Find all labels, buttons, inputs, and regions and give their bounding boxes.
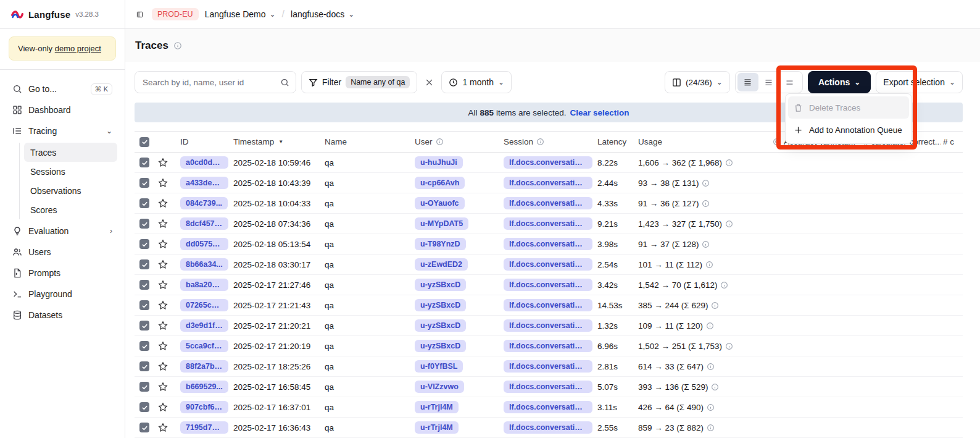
session-badge[interactable]: lf.docs.conversation... — [504, 401, 592, 413]
clear-filter-button[interactable] — [422, 75, 436, 90]
star-icon[interactable] — [158, 259, 168, 269]
star-icon[interactable] — [158, 341, 168, 351]
sidebar-toggle-icon[interactable] — [134, 9, 146, 20]
user-badge[interactable]: u-T98YnzD — [415, 238, 466, 250]
trace-id-badge[interactable]: d3e9d1f2... — [180, 319, 228, 332]
row-checkbox[interactable] — [139, 239, 149, 249]
info-icon[interactable] — [706, 322, 714, 330]
sidebar-item-tracing[interactable]: Tracing ⌄ — [7, 120, 117, 141]
star-icon[interactable] — [158, 361, 168, 371]
session-badge[interactable]: lf.docs.conversation... — [504, 238, 592, 250]
trace-id-badge[interactable]: b669529... — [180, 381, 228, 393]
info-icon[interactable] — [173, 41, 182, 50]
star-icon[interactable] — [158, 158, 168, 167]
select-all-checkbox[interactable] — [139, 137, 149, 147]
info-icon[interactable] — [702, 240, 710, 248]
actions-button[interactable]: Actions ⌄ — [808, 71, 871, 93]
user-badge[interactable]: u-MYpDAT5 — [415, 217, 468, 230]
star-icon[interactable] — [158, 280, 168, 290]
sidebar-item-sessions[interactable]: Sessions — [24, 162, 117, 181]
sidebar-item-evaluation[interactable]: Evaluation › — [7, 221, 117, 242]
star-icon[interactable] — [158, 219, 168, 229]
trace-id-badge[interactable]: 5cca9cf2... — [180, 340, 228, 352]
demo-project-link[interactable]: demo project — [55, 44, 101, 53]
col-header-name[interactable]: Name — [322, 137, 412, 146]
user-badge[interactable]: u-huJhuJi — [415, 156, 463, 169]
user-badge[interactable]: u-f0YfBSL — [415, 360, 463, 373]
user-badge[interactable]: u-zEwdED2 — [415, 258, 468, 271]
user-badge[interactable]: u-rTrjl4M — [415, 401, 459, 413]
row-checkbox[interactable] — [139, 219, 149, 229]
row-height-small-button[interactable] — [737, 73, 758, 91]
row-checkbox[interactable] — [139, 259, 149, 269]
trace-id-badge[interactable]: 8b66a34... — [180, 258, 228, 271]
star-icon[interactable] — [158, 178, 168, 188]
org-switcher[interactable]: Langfuse Demo⌄ — [205, 9, 276, 19]
info-icon[interactable] — [436, 138, 444, 146]
trace-id-badge[interactable]: 907cbf6e... — [180, 401, 228, 413]
search-input[interactable] — [143, 78, 280, 87]
row-checkbox[interactable] — [139, 300, 149, 310]
info-icon[interactable] — [725, 342, 733, 350]
col-header-latency[interactable]: Latency — [595, 137, 636, 146]
session-badge[interactable]: lf.docs.conversation... — [504, 360, 592, 373]
session-badge[interactable]: lf.docs.conversation... — [504, 177, 592, 189]
session-badge[interactable]: lf.docs.conversation... — [504, 156, 592, 169]
trace-id-badge[interactable]: a0cd0d9... — [180, 156, 228, 169]
menu-item-delete-traces[interactable]: Delete Traces — [788, 96, 909, 119]
info-icon[interactable] — [711, 383, 719, 391]
session-badge[interactable]: lf.docs.conversation... — [504, 197, 592, 209]
star-icon[interactable] — [158, 321, 168, 331]
info-icon[interactable] — [725, 159, 733, 167]
trace-id-badge[interactable]: 7195d78e... — [180, 421, 228, 434]
col-header-timestamp[interactable]: Timestamp▼ — [231, 137, 322, 146]
star-icon[interactable] — [158, 198, 168, 208]
user-badge[interactable]: u-VIZzvwo — [415, 381, 464, 393]
row-checkbox[interactable] — [139, 423, 149, 432]
trace-id-badge[interactable]: 8dcf4574... — [180, 217, 228, 230]
row-checkbox[interactable] — [139, 341, 149, 351]
trace-id-badge[interactable]: 88f2a7b0... — [180, 360, 228, 373]
filter-button[interactable]: Filter Name any of qa — [301, 71, 417, 93]
sidebar-item-scores[interactable]: Scores — [24, 200, 117, 219]
col-header-user[interactable]: User — [412, 137, 501, 146]
row-checkbox[interactable] — [139, 402, 149, 412]
row-checkbox[interactable] — [139, 382, 149, 392]
row-checkbox[interactable] — [139, 178, 149, 188]
col-header-usage[interactable]: Usage — [636, 137, 770, 146]
session-badge[interactable]: lf.docs.conversation... — [504, 299, 592, 311]
trace-id-badge[interactable]: 084c739... — [180, 197, 228, 209]
sidebar-item-traces[interactable]: Traces — [24, 143, 117, 162]
user-badge[interactable]: u-yzSBxcD — [415, 279, 466, 291]
menu-item-add-to-annotation-queue[interactable]: Add to Annotation Queue — [788, 119, 909, 141]
session-badge[interactable]: lf.docs.conversation... — [504, 319, 592, 332]
user-badge[interactable]: u-yzSBxcD — [415, 340, 466, 352]
sidebar-item-observations[interactable]: Observations — [24, 181, 117, 200]
info-icon[interactable] — [707, 424, 715, 432]
row-checkbox[interactable] — [139, 158, 149, 167]
sidebar-item-goto[interactable]: Go to... ⌘ K — [7, 78, 117, 99]
trace-id-badge[interactable]: dd05753... — [180, 238, 228, 250]
user-badge[interactable]: u-rTrjl4M — [415, 421, 459, 434]
clear-selection-link[interactable]: Clear selection — [570, 108, 629, 117]
col-header-session[interactable]: Session — [501, 137, 595, 146]
trace-id-badge[interactable]: a433de51... — [180, 177, 228, 189]
info-icon[interactable] — [707, 363, 715, 371]
info-icon[interactable] — [705, 261, 713, 269]
session-badge[interactable]: lf.docs.conversation... — [504, 381, 592, 393]
row-height-medium-button[interactable] — [758, 73, 779, 91]
user-badge[interactable]: u-yzSBxcD — [415, 319, 466, 332]
columns-button[interactable]: (24/36) ⌄ — [665, 71, 730, 93]
row-checkbox[interactable] — [139, 280, 149, 290]
sidebar-item-playground[interactable]: Playground — [7, 284, 117, 305]
row-checkbox[interactable] — [139, 321, 149, 331]
export-selection-button[interactable]: Export selection ⌄ — [876, 71, 963, 93]
sidebar-item-dashboard[interactable]: Dashboard — [7, 99, 117, 120]
search-icon[interactable] — [280, 78, 289, 87]
info-icon[interactable] — [725, 220, 733, 228]
star-icon[interactable] — [158, 402, 168, 412]
trace-id-badge[interactable]: 07265c7a... — [180, 299, 228, 311]
info-icon[interactable] — [702, 179, 710, 187]
info-icon[interactable] — [707, 403, 715, 411]
star-icon[interactable] — [158, 423, 168, 432]
